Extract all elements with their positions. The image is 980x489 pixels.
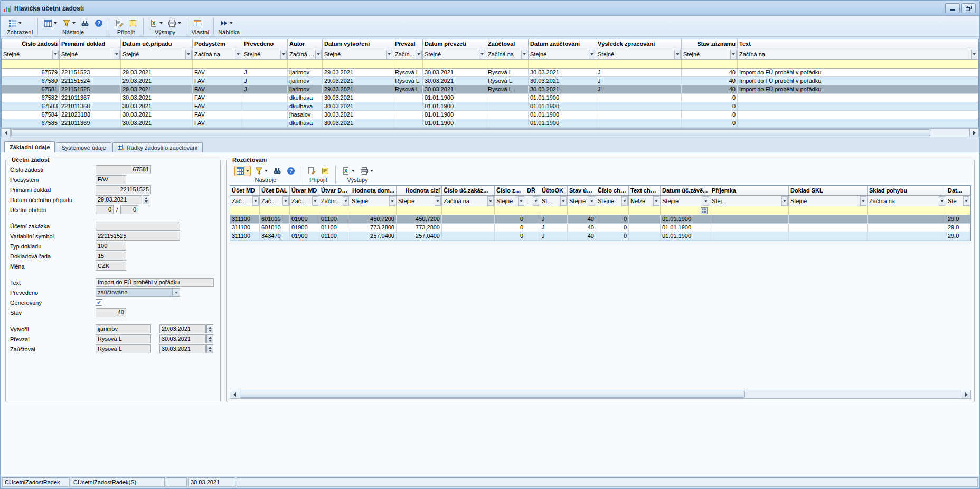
period-year-field[interactable]: 0 bbox=[96, 205, 114, 214]
chevron-down-icon[interactable] bbox=[860, 196, 866, 206]
chevron-down-icon[interactable] bbox=[621, 196, 628, 206]
filter-combo-vysledek-zpracovani[interactable]: Stejné bbox=[596, 49, 682, 60]
filter-input-zauctoval[interactable] bbox=[486, 60, 529, 69]
chevron-down-icon[interactable] bbox=[252, 196, 259, 206]
filter-input-sklad-pohybu[interactable] bbox=[868, 206, 946, 215]
filter-combo-cislo-zadosti[interactable]: Stejné bbox=[2, 49, 60, 60]
chevron-down-icon[interactable] bbox=[589, 50, 595, 59]
chevron-down-icon[interactable] bbox=[560, 196, 567, 206]
table-row[interactable]: 3111006010100190001100450,7200450,72000J… bbox=[230, 215, 970, 224]
scrollbar-thumb[interactable] bbox=[11, 129, 930, 136]
filter-input-prijemka[interactable] bbox=[710, 206, 789, 215]
filter-input-dr[interactable] bbox=[525, 206, 540, 215]
help-button[interactable]: ? bbox=[285, 166, 297, 176]
filter-input-prevzal[interactable] bbox=[393, 60, 423, 69]
filter-combo-datum-uc-zave[interactable]: Stejné bbox=[661, 196, 710, 206]
column-header-zauctoval[interactable]: Zaúčtoval bbox=[486, 39, 529, 49]
chevron-down-icon[interactable] bbox=[343, 196, 349, 206]
column-header-datum-uc-pripadu[interactable]: Datum úč.případu bbox=[121, 39, 193, 49]
filter-combo-datum-uc-pripadu[interactable]: Stejné bbox=[121, 49, 193, 60]
chevron-down-icon[interactable] bbox=[479, 50, 485, 59]
filter-combo-datum-zauctovani[interactable]: Stejné bbox=[529, 49, 596, 60]
column-header-vysledek-zpracovani[interactable]: Výsledek zpracování bbox=[596, 39, 682, 49]
filter-combo-utvar-dal[interactable]: Začín... bbox=[319, 196, 350, 206]
filter-combo-dat[interactable]: Ste bbox=[946, 196, 970, 206]
filter-combo-stav-ucto[interactable]: Stejné bbox=[568, 196, 596, 206]
date-spinner-button[interactable] bbox=[206, 324, 213, 333]
scroll-right-button[interactable] bbox=[962, 390, 970, 398]
filter-input-dat[interactable] bbox=[946, 206, 970, 215]
filter-combo-ucet-dal[interactable]: Zač... bbox=[260, 196, 290, 206]
stav-field[interactable]: 40 bbox=[96, 308, 126, 317]
filter-combo-podsystem[interactable]: Začíná na bbox=[193, 49, 242, 60]
chevron-down-icon[interactable] bbox=[781, 196, 788, 206]
filter-combo-hodnota-cizi[interactable]: Stejné bbox=[397, 196, 442, 206]
chevron-down-icon[interactable] bbox=[533, 196, 539, 206]
filter-combo-doklad-skl[interactable]: Stejné bbox=[789, 196, 868, 206]
chevron-down-icon[interactable] bbox=[521, 50, 527, 59]
chevron-down-icon[interactable] bbox=[518, 196, 524, 206]
period-month-field[interactable]: 0 bbox=[120, 205, 138, 214]
column-header-datum-uc-zave[interactable]: Datum úč.závě... bbox=[661, 186, 710, 196]
filter-input-podsystem[interactable] bbox=[193, 60, 242, 69]
filter-combo-text[interactable]: Začíná na bbox=[738, 49, 978, 60]
minimize-button[interactable] bbox=[945, 3, 960, 13]
filter-input-ucet-dal[interactable] bbox=[260, 206, 290, 215]
chevron-down-icon[interactable] bbox=[312, 196, 318, 206]
filter-input-utvar-md[interactable] bbox=[290, 206, 319, 215]
filter-input-cislo-uc-zakaz[interactable] bbox=[442, 206, 495, 215]
filter-input-cislo-zadosti[interactable] bbox=[2, 60, 60, 69]
column-header-doklad-skl[interactable]: Doklad SKL bbox=[789, 186, 868, 196]
tab-systemove-udaje[interactable]: Systémové údaje bbox=[56, 142, 111, 152]
filter-combo-cislo-chyby[interactable]: Stejné bbox=[596, 196, 629, 206]
edit-note-button[interactable] bbox=[306, 166, 317, 176]
column-header-autor[interactable]: Autor bbox=[288, 39, 323, 49]
filter-combo-prijemka[interactable]: Stej... bbox=[710, 196, 789, 206]
table-row[interactable]: 6758422102318830.03.2021FAVjhasalov30.03… bbox=[2, 111, 978, 119]
column-header-stav-ucto[interactable]: Stav účto bbox=[568, 186, 596, 196]
chevron-down-icon[interactable] bbox=[389, 196, 395, 206]
date-picker-button[interactable] bbox=[701, 207, 708, 214]
filter-combo-prevedeno[interactable]: Stejné bbox=[242, 49, 288, 60]
scrollbar-track[interactable] bbox=[240, 391, 961, 398]
filter-combo-stav-zaznamu[interactable]: Stejné bbox=[682, 49, 738, 60]
filter-combo-sklad-pohybu[interactable]: Začíná na bbox=[868, 196, 946, 206]
help-button[interactable]: ? bbox=[93, 18, 105, 28]
chevron-down-icon[interactable] bbox=[185, 50, 192, 59]
view-list-button[interactable] bbox=[7, 18, 23, 28]
column-header-prevedeno[interactable]: Převedeno bbox=[242, 39, 288, 49]
grid-button[interactable] bbox=[234, 166, 251, 176]
column-header-datum-vytvoreni[interactable]: Datum vytvoření bbox=[323, 39, 393, 49]
column-header-hodnota-dom[interactable]: Hodnota dom... bbox=[350, 186, 397, 196]
filter-button[interactable] bbox=[61, 18, 77, 28]
custom-table-button[interactable] bbox=[192, 18, 203, 28]
primarni-doklad-field[interactable]: 221151525 bbox=[96, 185, 151, 194]
scrollbar-thumb[interactable] bbox=[240, 391, 745, 398]
attach-note-button[interactable] bbox=[127, 18, 139, 28]
menu-arrow-button[interactable] bbox=[218, 18, 234, 28]
find-button[interactable] bbox=[271, 166, 283, 176]
column-header-utvar-md[interactable]: Útvar MD bbox=[290, 186, 319, 196]
column-header-datum-prevzeti[interactable]: Datum převzetí bbox=[423, 39, 486, 49]
filter-input-hodnota-cizi[interactable] bbox=[397, 206, 442, 215]
column-header-text[interactable]: Text bbox=[738, 39, 978, 49]
tab-radky-zadosti-o-zauctovani[interactable]: Řádky žádosti o zaúčtování bbox=[112, 142, 203, 152]
table-row[interactable]: 6758522101136930.03.2021FAVdkulhava30.03… bbox=[2, 119, 978, 128]
zauctoval-field[interactable]: Rysová L bbox=[96, 344, 151, 353]
text-field[interactable]: Import do FÚ proběhl v pořádku bbox=[96, 278, 214, 287]
table-row[interactable]: 6758022115152429.03.2021FAVJijarimov29.0… bbox=[2, 77, 978, 85]
chevron-down-icon[interactable] bbox=[674, 50, 681, 59]
filter-input-stav-ucto[interactable] bbox=[568, 206, 596, 215]
mena-field[interactable]: CZK bbox=[96, 262, 126, 271]
chevron-down-icon[interactable] bbox=[386, 50, 392, 59]
filter-input-text[interactable] bbox=[738, 60, 978, 69]
scrollbar-track[interactable] bbox=[11, 129, 969, 136]
filter-combo-cislo-uc-zakaz[interactable]: Začíná na bbox=[442, 196, 495, 206]
attach-note-button[interactable] bbox=[319, 166, 331, 176]
date-spinner-button[interactable] bbox=[206, 344, 213, 353]
date-spinner-button[interactable] bbox=[143, 195, 149, 204]
restore-button[interactable] bbox=[961, 3, 976, 13]
typ-dokladu-field[interactable]: 100 bbox=[96, 242, 126, 251]
column-header-hodnota-cizi[interactable]: Hodnota cizí bbox=[397, 186, 442, 196]
table-row[interactable]: 6758122115152529.03.2021FAVJijarimov29.0… bbox=[2, 85, 978, 94]
